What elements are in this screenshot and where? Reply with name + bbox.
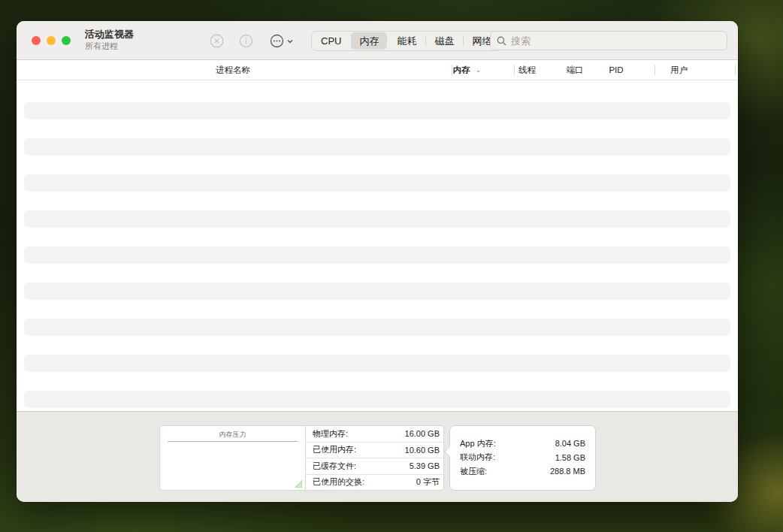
chevron-down-icon[interactable] [286, 38, 294, 45]
column-ports[interactable]: 端口 [556, 60, 594, 80]
stat-value: 10.60 GB [405, 446, 440, 455]
column-label: 线程 [518, 65, 536, 76]
info-icon [239, 34, 253, 48]
window-subtitle: 所有进程 [85, 41, 134, 51]
breakdown-label: 被压缩: [460, 466, 487, 477]
title-block: 活动监视器 所有进程 [85, 28, 134, 51]
breakdown-row-wired: 联动内存: 1.58 GB [450, 451, 595, 465]
table-row-placeholder[interactable] [24, 319, 730, 336]
breakdown-value: 1.58 GB [555, 453, 585, 462]
table-row-placeholder[interactable] [24, 174, 730, 192]
sort-chevron-down-icon: ⌄ [476, 67, 482, 74]
breakdown-label: 联动内存: [460, 452, 495, 463]
octagon-x-icon [210, 34, 224, 48]
table-row-placeholder[interactable] [24, 391, 730, 408]
activity-monitor-window: 活动监视器 所有进程 [17, 21, 738, 502]
table-header: 进程名称 内存 ⌄ 线程 端口 PID 用户 [17, 60, 738, 80]
window-title: 活动监视器 [85, 28, 134, 41]
memory-pressure-label: 内存压力 [160, 426, 305, 441]
tab-memory[interactable]: 内存 [351, 32, 387, 50]
view-tabs: CPU 内存 能耗 磁盘 网络 [311, 31, 501, 51]
breakdown-row-compressed: 被压缩: 288.8 MB [450, 464, 595, 479]
column-user[interactable]: 用户 [639, 60, 719, 80]
breakdown-row-app: App 内存: 8.04 GB [450, 437, 595, 451]
column-label: 进程名称 [216, 65, 250, 76]
column-separator [735, 65, 736, 75]
breakdown-value: 288.8 MB [550, 467, 585, 476]
minimize-button[interactable] [47, 36, 56, 45]
stat-label: 物理内存: [313, 428, 348, 440]
memory-stats-list: 物理内存: 16.00 GB 已使用内存: 10.60 GB 已缓存文件: 5.… [306, 426, 443, 490]
tab-energy[interactable]: 能耗 [388, 32, 425, 50]
column-label: PID [609, 65, 623, 74]
stat-label: 已使用内存: [313, 444, 356, 455]
stat-label: 已使用的交换: [313, 476, 364, 488]
breakdown-value: 8.04 GB [555, 439, 585, 448]
memory-pressure-section: 内存压力 [160, 426, 306, 490]
memory-breakdown-bubble: App 内存: 8.04 GB 联动内存: 1.58 GB 被压缩: 288.8… [449, 425, 596, 491]
column-label: 用户 [670, 65, 688, 76]
breakdown-label: App 内存: [460, 438, 496, 449]
column-memory[interactable]: 内存 ⌄ [436, 60, 498, 80]
inspect-process-button[interactable] [239, 34, 253, 48]
stat-row-swap: 已使用的交换: 0 字节 [306, 475, 443, 491]
stat-row-cached: 已缓存文件: 5.39 GB [306, 458, 443, 475]
table-row-placeholder[interactable] [24, 102, 730, 119]
table-row-placeholder[interactable] [24, 355, 730, 372]
column-label: 内存 [453, 65, 470, 76]
stat-label: 已缓存文件: [313, 461, 356, 472]
footer-panel: 内存压力 物理内存: 16.00 GB 已使用内存: 10.60 GB [17, 411, 738, 502]
zoom-button[interactable] [62, 36, 71, 45]
tab-cpu[interactable]: CPU [312, 32, 350, 50]
stat-value: 0 字节 [416, 476, 440, 488]
close-button[interactable] [32, 36, 41, 45]
column-pid[interactable]: PID [594, 60, 639, 80]
tab-disk[interactable]: 磁盘 [425, 32, 463, 50]
quit-process-button[interactable] [210, 34, 224, 48]
table-row-placeholder[interactable] [24, 246, 730, 264]
search-input[interactable] [511, 35, 721, 47]
column-label: 端口 [567, 65, 584, 76]
pressure-graph-topline [168, 441, 298, 442]
memory-pressure-graph [295, 480, 302, 489]
table-row-placeholder[interactable] [24, 283, 730, 300]
stat-value: 16.00 GB [405, 429, 440, 438]
stat-row-physical: 物理内存: 16.00 GB [306, 426, 443, 443]
stat-row-used: 已使用内存: 10.60 GB [306, 443, 443, 459]
ellipsis-circle-icon [270, 34, 284, 48]
more-options-button[interactable] [270, 34, 284, 48]
title-bar: 活动监视器 所有进程 [17, 21, 738, 60]
column-process-name[interactable]: 进程名称 [17, 60, 436, 80]
column-threads[interactable]: 线程 [498, 60, 556, 80]
table-row-placeholder[interactable] [24, 138, 730, 156]
process-table-body [17, 80, 738, 411]
table-row-placeholder[interactable] [24, 210, 730, 228]
memory-stats-box: 内存压力 物理内存: 16.00 GB 已使用内存: 10.60 GB [159, 425, 444, 491]
search-field[interactable] [490, 31, 727, 50]
search-icon [497, 36, 506, 46]
stat-value: 5.39 GB [410, 461, 440, 470]
